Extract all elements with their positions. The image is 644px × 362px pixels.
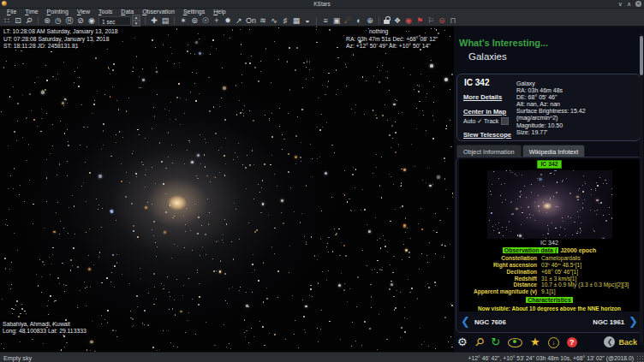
star — [593, 228, 593, 229]
download-icon[interactable]: ↓ — [548, 337, 559, 348]
spin-down-icon[interactable]: ▾ — [132, 21, 140, 27]
star — [511, 201, 512, 202]
next-object-chevron-icon[interactable]: ❯ — [629, 313, 638, 330]
tab-wikipedia-infotext[interactable]: Wikipedia Infotext — [522, 145, 586, 157]
prev-object-label[interactable]: NGC 7606 — [474, 318, 506, 326]
toggle-deep-sky-icon[interactable]: ⊚ — [190, 15, 199, 26]
star — [391, 176, 391, 177]
star — [137, 306, 138, 307]
slew-telescope-link[interactable]: Slew Telescope — [463, 131, 518, 139]
pause-clock-icon[interactable]: ⊘ — [76, 15, 85, 26]
maximize-icon[interactable]: ∧ — [627, 0, 631, 8]
lock-position-icon[interactable] — [384, 16, 391, 25]
menu-observation[interactable]: Observation — [138, 9, 179, 15]
time-to-now-icon[interactable]: Ⓗ — [65, 15, 74, 26]
menu-settings[interactable]: Settings — [179, 9, 209, 15]
star — [528, 206, 529, 208]
toggle-comets-icon[interactable]: ✸ — [224, 15, 232, 26]
toggle-planets-icon[interactable]: ☉ — [201, 15, 210, 26]
zenith-point-icon[interactable]: ✚ — [150, 15, 158, 26]
sky-map[interactable]: LT: 10:28:08 AM Saturday, January 13, 20… — [0, 27, 453, 352]
toggle-labels-icon[interactable]: On — [246, 15, 256, 26]
color-scheme-icon[interactable]: ❖ — [393, 15, 402, 26]
menu-view[interactable]: View — [73, 9, 94, 15]
minimize-icon[interactable]: ∨ — [618, 0, 623, 8]
time-step-spinbox[interactable]: 1 sec▴▾ — [98, 16, 140, 26]
star — [141, 162, 142, 163]
next-object-label[interactable]: NGC 1961 — [593, 318, 624, 326]
geographic-location-icon[interactable]: ⊛ — [43, 15, 51, 26]
night-vision-icon[interactable]: ☄ — [343, 15, 352, 26]
time-infobox[interactable]: LT: 10:28:08 AM Saturday, January 13, 20… — [3, 28, 118, 50]
star — [107, 322, 109, 323]
toggle-milky-way-icon[interactable]: ≋ — [259, 15, 267, 26]
tab-object-information[interactable]: Object Information — [456, 145, 522, 157]
prev-object-chevron-icon[interactable]: ❮ — [461, 313, 470, 330]
spin-up-icon[interactable]: ▴ — [132, 15, 140, 21]
back-button[interactable]: ❮ Back — [604, 336, 637, 347]
help-icon[interactable]: ? — [567, 337, 577, 347]
star — [224, 155, 225, 157]
menu-tools[interactable]: Tools — [94, 9, 116, 15]
panel-scrollbar[interactable] — [640, 33, 643, 345]
status-bar: Empty sky +12° 46' 42", +10° 53' 24" 03h… — [0, 352, 644, 362]
update-data-icon[interactable]: ∷ — [3, 15, 11, 26]
star — [320, 239, 321, 240]
focus-infobox[interactable]: nothingRA: 03h 47m 51s Dec: +68° 08' 12"… — [346, 28, 438, 50]
star — [64, 347, 65, 347]
remove-trail-icon[interactable]: ⊖ — [438, 15, 446, 26]
visibility-eye-icon[interactable] — [508, 338, 522, 347]
favorite-star-icon[interactable]: ★ — [530, 335, 540, 349]
star — [408, 257, 410, 258]
star — [584, 181, 585, 182]
set-time-icon[interactable]: ◷ — [54, 15, 63, 26]
menu-file[interactable]: File — [3, 9, 21, 15]
toggle-stars-icon[interactable]: ✶ — [179, 15, 188, 26]
toggle-crosshair-icon[interactable]: + — [212, 15, 221, 26]
location-infobox[interactable]: Sabahiya, Ahmadi, KuwaitLong: 48.100833 … — [3, 321, 86, 335]
settings-icon[interactable]: ⚙ — [457, 335, 468, 349]
close-icon[interactable]: × — [635, 1, 641, 7]
fov-symbol-icon[interactable]: ▣ — [332, 15, 341, 26]
toggle-constellation-bounds-icon[interactable]: ♯ — [281, 15, 289, 26]
titlebar[interactable]: KStars ∨ ∧ × — [0, 0, 644, 9]
auto-track-checkbox[interactable]: Auto ✓ Track — [463, 117, 518, 125]
list-flags-icon[interactable]: ⚐ — [426, 15, 435, 26]
star — [319, 157, 320, 157]
scrollbar-thumb[interactable] — [640, 36, 643, 75]
star — [16, 140, 17, 141]
step-backward-icon[interactable]: ◉ — [87, 15, 96, 26]
menu-time[interactable]: Time — [21, 9, 42, 15]
record-dot-icon[interactable]: ◉ — [404, 15, 413, 26]
export-sky-image-icon[interactable]: ▤ — [161, 15, 170, 26]
star — [172, 217, 174, 219]
resize-grip[interactable] — [636, 355, 643, 362]
star — [190, 230, 191, 231]
time-step-steppers[interactable]: ▴▾ — [132, 15, 140, 27]
details-magnifier-icon[interactable]: ⚲ — [471, 335, 486, 350]
find-object-icon[interactable]: ⚲ — [22, 14, 36, 27]
menu-pointing[interactable]: Pointing — [43, 9, 73, 15]
toggle-constellation-lines-icon[interactable]: ∿ — [270, 15, 278, 26]
menu-help[interactable]: Help — [209, 9, 230, 15]
star — [502, 227, 503, 228]
star — [157, 246, 158, 247]
time-step-value[interactable]: 1 sec — [98, 16, 131, 26]
toggle-horizon-icon[interactable]: ◒ — [303, 15, 312, 26]
toggle-info-boxes-icon[interactable]: ≡ — [321, 15, 330, 26]
open-image-icon[interactable]: ⊡ — [14, 15, 22, 26]
star — [321, 310, 322, 311]
star — [262, 326, 264, 328]
checkbox-box[interactable] — [501, 117, 509, 125]
eclipse-view-icon[interactable]: ◐ — [355, 15, 363, 26]
toggle-equatorial-grid-icon[interactable]: ▦ — [292, 15, 301, 26]
reload-icon[interactable]: ↻ — [491, 335, 500, 349]
more-details-link[interactable]: More Details — [463, 93, 518, 101]
center-in-map-link[interactable]: Center in Map — [463, 108, 518, 116]
star — [57, 277, 59, 279]
find-target-icon[interactable]: ⊕ — [366, 15, 374, 26]
toggle-supernovae-icon[interactable]: ↗ — [235, 15, 243, 26]
hips-overlay-icon[interactable]: ⊓ — [449, 15, 457, 26]
add-flag-icon[interactable]: ⚑ — [415, 15, 424, 26]
star — [351, 346, 352, 347]
